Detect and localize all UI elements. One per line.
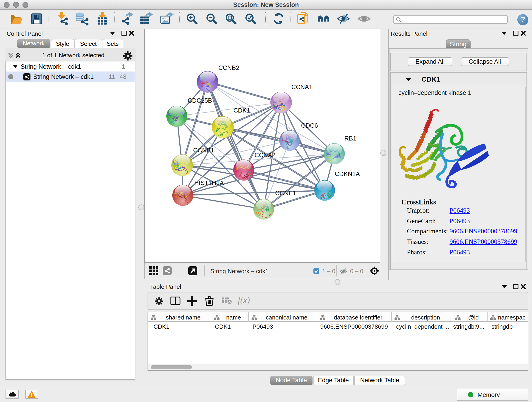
svg-text:CDC25B: CDC25B xyxy=(187,97,212,104)
svg-text:CCNE1: CCNE1 xyxy=(275,190,296,196)
svg-text:CDC6: CDC6 xyxy=(301,122,318,129)
svg-text:CDKN1A: CDKN1A xyxy=(335,170,360,177)
svg-text:CCNA2: CCNA2 xyxy=(254,152,275,158)
svg-text:RB1: RB1 xyxy=(344,135,356,142)
svg-text:CDK1: CDK1 xyxy=(233,107,250,114)
svg-text:CCNA1: CCNA1 xyxy=(291,83,312,90)
svg-text:CCNB1: CCNB1 xyxy=(193,147,214,153)
svg-text:CCNB2: CCNB2 xyxy=(218,64,239,71)
svg-text:HIST1H1A: HIST1H1A xyxy=(194,179,224,186)
